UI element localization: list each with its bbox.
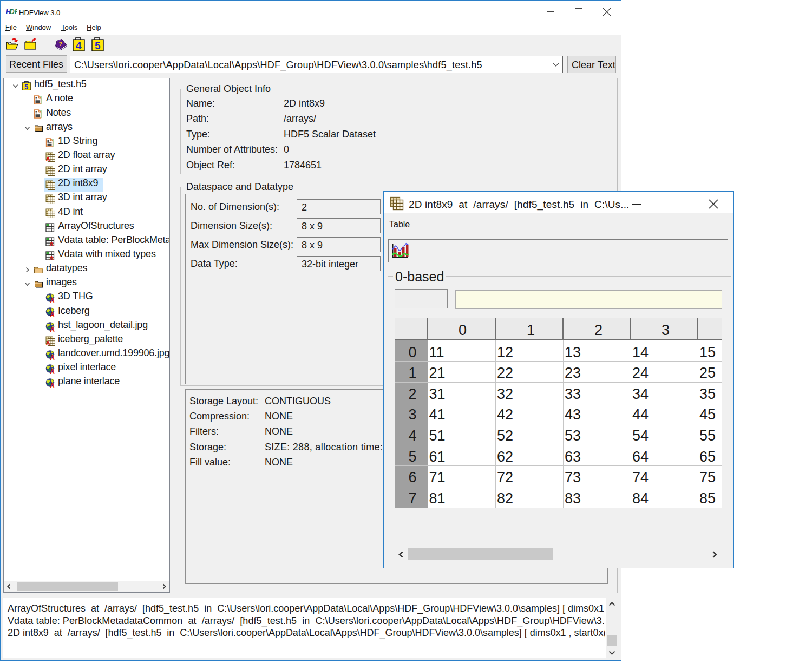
svg-text:A: A xyxy=(50,311,55,318)
svg-text:A: A xyxy=(50,382,55,389)
svg-text:A: A xyxy=(46,340,50,346)
svg-text:A: A xyxy=(46,156,50,162)
svg-text:A: A xyxy=(50,368,55,375)
svg-text:A: A xyxy=(50,353,55,360)
svg-text:DF: DF xyxy=(10,8,17,15)
svg-text:4: 4 xyxy=(76,40,82,51)
svg-text:5: 5 xyxy=(95,40,101,51)
svg-text:A: A xyxy=(49,240,54,246)
svg-text:A: A xyxy=(50,325,55,332)
svg-text:A: A xyxy=(49,254,54,260)
svg-text:5: 5 xyxy=(24,83,28,91)
svg-text:A: A xyxy=(50,297,55,304)
